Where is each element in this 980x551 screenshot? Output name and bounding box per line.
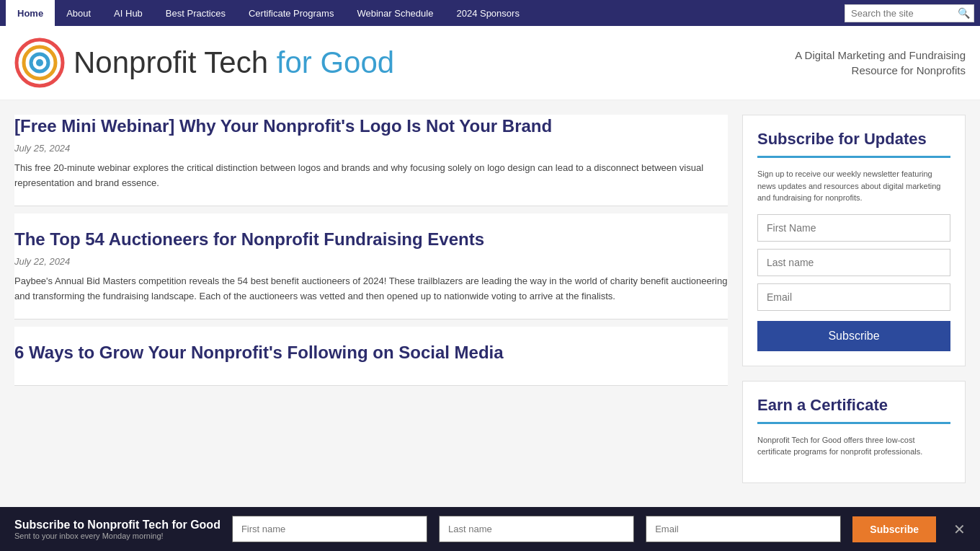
main-nav: Home About AI Hub Best Practices Certifi… (0, 0, 980, 26)
article-item: [Free Mini Webinar] Why Your Nonprofit's… (14, 115, 728, 206)
logo-icon (14, 38, 65, 88)
logo-text: Nonprofit Tech for Good (74, 45, 394, 80)
sidebar-subscribe-button[interactable]: Subscribe (757, 321, 950, 351)
article-title[interactable]: [Free Mini Webinar] Why Your Nonprofit's… (14, 115, 728, 137)
article-date: July 25, 2024 (14, 143, 728, 154)
nav-ai-hub[interactable]: AI Hub (102, 0, 154, 26)
article-title[interactable]: 6 Ways to Grow Your Nonprofit's Followin… (14, 341, 728, 363)
article-item: The Top 54 Auctioneers for Nonprofit Fun… (14, 213, 728, 319)
sidebar-subscribe-section: Subscribe for Updates Sign up to receive… (742, 115, 966, 366)
nav-about[interactable]: About (55, 0, 102, 26)
nav-2024-sponsors[interactable]: 2024 Sponsors (445, 0, 530, 26)
article-excerpt: Paybee's Annual Bid Masters competition … (14, 274, 728, 304)
page-container: [Free Mini Webinar] Why Your Nonprofit's… (0, 100, 980, 512)
main-content: [Free Mini Webinar] Why Your Nonprofit's… (14, 115, 728, 498)
certificate-section-title: Earn a Certificate (757, 396, 950, 424)
subscribe-section-title: Subscribe for Updates (757, 130, 950, 158)
bottom-banner: Subscribe to Nonprofit Tech for Good Sen… (0, 507, 980, 512)
site-tagline: A Digital Marketing and Fundraising Reso… (764, 48, 966, 78)
nav-certificate-programs[interactable]: Certificate Programs (237, 0, 345, 26)
search-icon[interactable]: 🔍 (958, 7, 970, 19)
search-input[interactable] (845, 4, 974, 22)
sidebar-last-name-input[interactable] (757, 249, 950, 276)
article-item: 6 Ways to Grow Your Nonprofit's Followin… (14, 327, 728, 386)
certificate-section-description: Nonprofit Tech for Good offers three low… (757, 434, 950, 458)
nav-home[interactable]: Home (6, 0, 55, 26)
nav-webinar-schedule[interactable]: Webinar Schedule (345, 0, 445, 26)
nav-best-practices[interactable]: Best Practices (154, 0, 237, 26)
sidebar-first-name-input[interactable] (757, 214, 950, 242)
sidebar-email-input[interactable] (757, 283, 950, 311)
sidebar-certificate-section: Earn a Certificate Nonprofit Tech for Go… (742, 381, 966, 483)
nav-search-area: 🔍 (845, 4, 974, 22)
article-date: July 22, 2024 (14, 256, 728, 267)
article-title[interactable]: The Top 54 Auctioneers for Nonprofit Fun… (14, 228, 728, 250)
logo-text-main: Nonprofit Tech (74, 45, 277, 79)
site-header: Nonprofit Tech for Good A Digital Market… (0, 26, 980, 100)
logo-text-accent: for Good (277, 45, 394, 79)
svg-point-3 (36, 59, 43, 66)
sidebar: Subscribe for Updates Sign up to receive… (742, 115, 966, 498)
article-excerpt: This free 20-minute webinar explores the… (14, 161, 728, 191)
logo-area: Nonprofit Tech for Good (14, 38, 394, 88)
subscribe-section-subtitle: Sign up to receive our weekly newsletter… (757, 168, 950, 204)
